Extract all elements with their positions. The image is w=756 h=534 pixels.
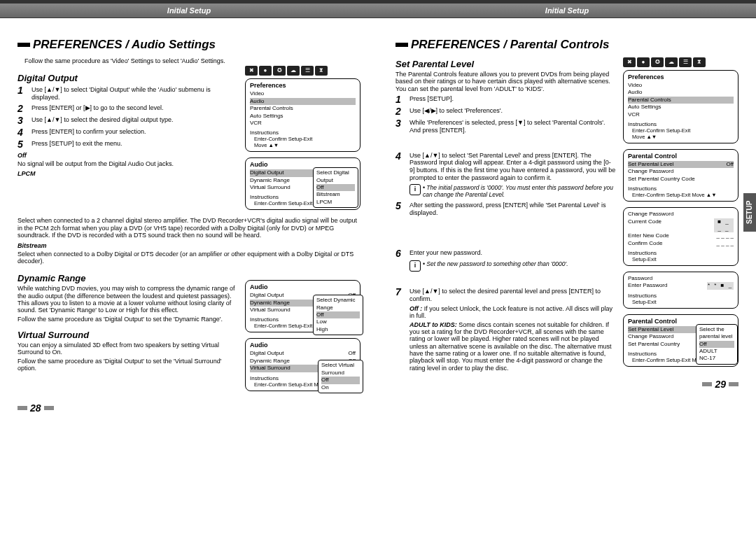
popup-item: High — [316, 326, 360, 333]
osd-item: VCR — [250, 120, 356, 127]
section-title-audio: PREFERENCES / Audio Settings — [18, 38, 360, 52]
pages: PREFERENCES / Audio Settings Follow the … — [0, 18, 756, 421]
set-parental-title: Set Parental Level — [396, 59, 616, 69]
osd-title: Preferences — [628, 73, 734, 80]
popup-title: Select Digital Output — [316, 169, 355, 184]
popup-item: On — [321, 384, 360, 391]
osd-enter-password: Password Enter Password* * ■ _ Instructi… — [623, 272, 738, 309]
osd-instr-label: Instructions — [250, 129, 356, 136]
step-row: 4Use [▲/▼] to select 'Set Parental Level… — [396, 151, 616, 182]
off-text: No signal will be output from the Digita… — [18, 160, 238, 167]
step-text: Press [ENTER] or [▶] to go to the second… — [31, 104, 164, 113]
step-text: Use [▲/▼] to select the desired digital … — [31, 115, 173, 125]
osd-icon-bar: ✖●✪☁☰⧗ — [245, 66, 360, 76]
popup-item: LPCM — [316, 199, 355, 206]
osd-instr: Move ▲▼ — [254, 142, 356, 148]
info-icon: i — [410, 184, 421, 195]
osd-popup: Select Digital Output Off Bitstream LPCM — [313, 167, 358, 208]
dr-text2: Follow the same procedure as 'Digital Ou… — [18, 316, 238, 323]
osd-popup: Select Virtual Surround Off On — [318, 360, 363, 393]
popup-item: Off — [316, 311, 360, 318]
vs-text1: You can enjoy a simulated 3D effect from… — [18, 342, 238, 356]
step-row: 5After setting the password, press [ENTE… — [396, 201, 616, 217]
step-row: 5Press [SETUP] to exit the menu. — [18, 139, 238, 149]
step-row: 3Use [▲/▼] to select the desired digital… — [18, 115, 238, 125]
osd-row: Digital OutputOff — [250, 350, 356, 357]
osd-audio-vs: Audio Digital OutputOff Dynamic RangeOff… — [245, 338, 360, 391]
info-note: i• Set the new password to something oth… — [410, 260, 616, 272]
step-num: 1 — [18, 85, 31, 101]
page-num-right: 29 — [396, 379, 738, 390]
off-label: Off — [18, 152, 238, 159]
osd-item: Video — [250, 90, 356, 97]
bitstream-label: Bitstream — [18, 242, 360, 249]
digital-output-title: Digital Output — [18, 73, 238, 83]
side-tab-setup: SETUP — [743, 193, 756, 232]
page-right: PREFERENCES / Parental Controls Set Pare… — [378, 18, 756, 421]
header-left: Initial Setup — [0, 3, 378, 17]
step-row: 1Use [▲/▼] to select 'Digital Output' wh… — [18, 85, 238, 101]
step-row: 3While 'Preferences' is selected, press … — [396, 118, 616, 134]
header-right: Initial Setup — [378, 3, 756, 17]
step-text: Press [SETUP] to exit the menu. — [31, 139, 122, 149]
dr-text1: While watching DVD movies, you may wish … — [18, 285, 238, 314]
osd-item: Auto Settings — [250, 113, 356, 120]
popup-title: Select Dynamic Range — [316, 297, 360, 311]
osd-prefs: Preferences Video Audio Parental Control… — [245, 78, 360, 152]
page-num-left: 28 — [18, 402, 360, 414]
page-left: PREFERENCES / Audio Settings Follow the … — [0, 18, 378, 421]
popup-item: Off — [321, 377, 360, 384]
step-text: Use [▲/▼] to select 'Digital Output' whi… — [31, 85, 238, 101]
osd-title: Audio — [250, 283, 356, 290]
osd-item: Parental Controls — [250, 105, 356, 112]
vs-text2: Follow the same procedure as 'Digital Ou… — [18, 358, 238, 372]
osd-instr: Enter-Confirm Setup-Exit — [254, 136, 356, 142]
dynamic-range-title: Dynamic Range — [18, 273, 238, 283]
step-row: 1Press [SETUP]. — [396, 94, 616, 104]
lpcm-text: Select when connected to a 2 channel dig… — [18, 217, 360, 239]
step-row: 6Enter your new password. — [396, 248, 616, 258]
info-icon: i — [410, 260, 421, 272]
info-note: i• The initial password is '0000'. You m… — [410, 184, 616, 198]
osd-icon-bar: ✖●✪☁☰⧗ — [623, 57, 738, 67]
osd-parental-2: Parental Control Set Parental Level Chan… — [623, 314, 738, 367]
off-note: Off : If you select Unlock, the Lock fea… — [410, 305, 616, 320]
osd-prefs: Preferences Video Audio Parental Control… — [623, 70, 738, 143]
audio-intro: Follow the same procedure as 'Video' Set… — [24, 57, 360, 64]
osd-audio-digital: Audio Digital Output Dynamic Range Virtu… — [245, 157, 360, 210]
popup-title: Select Virtual Surround — [321, 362, 360, 377]
osd-title: Preferences — [250, 82, 356, 89]
lpcm-label: LPCM — [18, 170, 238, 177]
header-bar: Initial Setup Initial Setup — [0, 0, 756, 18]
bitstream-text: Select when connected to a Dolby Digital… — [18, 251, 360, 265]
step-text: Press [ENTER] to confirm your selection. — [31, 127, 146, 137]
step-row: 2Use [◀/▶] to select 'Preferences'. — [396, 106, 616, 116]
osd-popup: Select the parental level Off ADULT NC-1… — [696, 324, 738, 365]
popup-item: Bitstream — [316, 191, 355, 198]
rec-icon: ● — [259, 66, 272, 76]
step-row: 2Press [ENTER] or [▶] to go to the secon… — [18, 104, 238, 113]
section-title-parental: PREFERENCES / Parental Controls — [396, 38, 738, 52]
step-num: 5 — [18, 139, 31, 149]
step-row: 4Press [ENTER] to confirm your selection… — [18, 127, 238, 137]
osd-popup: Select Dynamic Range Off Low High — [313, 295, 363, 335]
step-num: 4 — [18, 127, 31, 137]
parental-intro: The Parental Controls feature allows you… — [396, 71, 616, 92]
osd-audio-dynamic: Audio Digital OutputOff Dynamic Range Vi… — [245, 280, 360, 332]
popup-item: Low — [316, 318, 360, 325]
osd-parental-1: Parental Control Set Parental LevelOff C… — [623, 149, 738, 202]
step-row: 7Use [▲/▼] to select the desired parenta… — [396, 287, 616, 303]
osd-change-password: Change Password Current Code■ _ _ _ Ente… — [623, 207, 738, 266]
osd-title: Audio — [250, 342, 356, 349]
step-num: 3 — [18, 115, 31, 125]
adult-kids-note: ADULT to KIDS: Some discs contain scenes… — [410, 321, 616, 372]
virtual-surround-title: Virtual Surround — [18, 330, 238, 340]
step-num: 2 — [18, 104, 31, 113]
osd-item-hl: Audio — [250, 98, 356, 105]
popup-item: Off — [316, 184, 355, 191]
